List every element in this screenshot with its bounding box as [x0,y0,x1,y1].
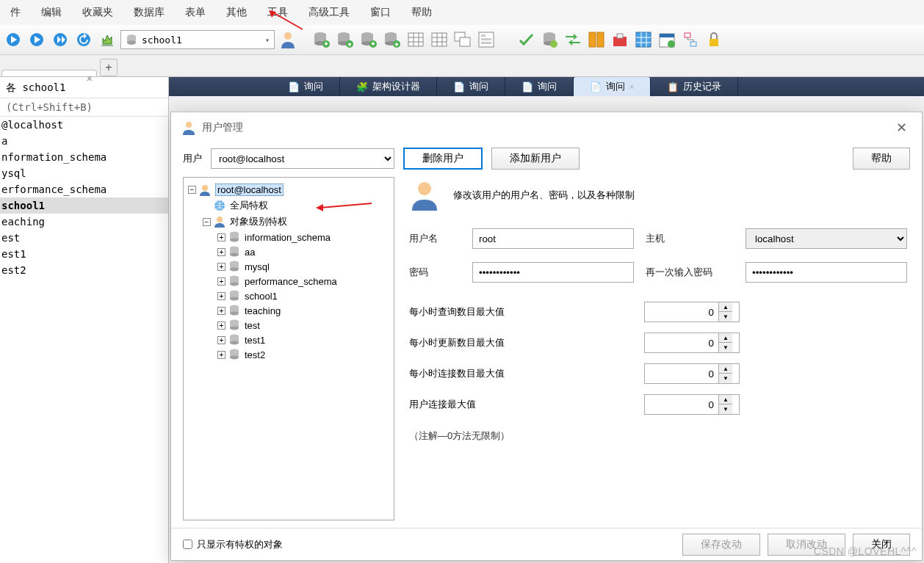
delete-user-button[interactable]: 删除用户 [403,148,483,170]
menu-item[interactable]: 高级工具 [298,3,360,22]
tree-db-label[interactable]: performance_schema [245,276,337,287]
collapse-icon[interactable]: − [203,218,211,226]
tree-db-label[interactable]: aa [245,247,255,258]
sidebar-item[interactable]: school1 [0,197,168,214]
db-down-icon[interactable] [311,29,332,50]
spin-down-icon[interactable]: ▼ [719,404,732,414]
tree-db-label[interactable]: test [245,320,260,331]
form-icon[interactable] [476,29,497,50]
expand-icon[interactable]: + [217,322,225,330]
spin-up-icon[interactable]: ▲ [719,364,732,374]
max-conns-input[interactable] [645,364,718,383]
menu-item[interactable]: 收藏夹 [72,3,123,22]
max-queries-input[interactable] [645,302,718,322]
spin-down-icon[interactable]: ▼ [719,312,732,322]
db-tool-icon[interactable] [539,29,560,50]
database-combo[interactable]: school1 ▾ [120,30,275,49]
tree-db-label[interactable]: teaching [245,305,281,316]
sidebar-item[interactable]: est1 [0,246,168,262]
play-icon[interactable] [3,29,24,50]
menu-item[interactable]: 件 [0,3,31,22]
expand-icon[interactable]: + [217,233,225,241]
menu-item[interactable]: 其他 [216,3,257,22]
table-icon[interactable] [429,29,450,50]
menu-item[interactable]: 编辑 [31,3,72,22]
max-user-conns-input[interactable] [645,395,718,414]
tree-object-priv[interactable]: 对象级别特权 [230,215,287,228]
sidebar-item[interactable]: a [0,133,168,149]
menu-item[interactable]: 数据库 [123,3,175,22]
max-queries-spin[interactable]: ▲▼ [644,302,740,322]
spin-down-icon[interactable]: ▼ [719,374,732,383]
expand-icon[interactable]: + [217,336,225,344]
collapse-icon[interactable]: − [188,186,196,194]
db-up-icon[interactable] [335,29,355,50]
tree-root-label[interactable]: root@localhost [215,184,284,196]
privilege-tree[interactable]: − root@localhost 全局特权 − 对象级别特权 + [183,177,394,520]
tree-db-label[interactable]: school1 [245,291,278,302]
menu-item[interactable]: 窗口 [360,3,401,22]
expand-icon[interactable]: + [217,277,225,286]
sidebar-item[interactable]: @localhost [0,117,168,133]
max-updates-input[interactable] [645,333,718,352]
spin-up-icon[interactable]: ▲ [719,395,732,404]
check-icon[interactable] [516,29,536,50]
tree-global-priv[interactable]: 全局特权 [230,199,268,212]
expand-icon[interactable]: + [217,263,225,271]
schedule-icon[interactable] [657,29,677,50]
show-priv-only-checkbox[interactable]: 只显示有特权的对象 [183,538,283,551]
expand-icon[interactable]: + [217,307,225,315]
spin-up-icon[interactable]: ▲ [719,302,732,312]
query-tab[interactable]: 📄询问 [505,77,574,96]
user-select[interactable]: root@localhost [211,148,394,169]
add-tab-button[interactable]: + [100,59,118,76]
refresh-icon[interactable] [73,29,94,50]
max-user-conns-spin[interactable]: ▲▼ [644,394,740,415]
spin-up-icon[interactable]: ▲ [719,333,732,343]
sidebar-item[interactable]: est [0,230,168,246]
close-icon[interactable]: ✕ [892,120,912,136]
sidebar-item[interactable]: ysql [0,165,168,181]
host-select[interactable]: localhost [746,228,907,249]
query-tab[interactable]: 📄询问 [437,77,505,96]
help-button[interactable]: 帮助 [853,148,910,170]
chart-icon[interactable] [97,29,118,50]
max-conns-spin[interactable]: ▲▼ [644,363,740,384]
max-updates-spin[interactable]: ▲▼ [644,333,740,353]
menu-item[interactable]: 帮助 [401,3,442,22]
play-icon[interactable] [26,29,47,50]
menu-item-tools[interactable]: 工具 [257,3,298,22]
tree-db-label[interactable]: test1 [245,335,265,346]
close-icon[interactable]: × [87,73,93,84]
sidebar-item[interactable]: erformance_schema [0,181,168,197]
grid-icon[interactable] [633,29,654,50]
add-user-button[interactable]: 添加新用户 [491,148,580,170]
username-input[interactable] [472,228,634,249]
db-up-icon[interactable] [382,29,403,50]
menu-item[interactable]: 表单 [175,3,216,22]
sidebar-item[interactable]: nformation_schema [0,149,168,165]
query-tab-active[interactable]: 📄询问× [574,77,651,96]
spin-down-icon[interactable]: ▼ [719,343,732,352]
table-icon[interactable] [405,29,426,50]
tab-blank[interactable]: × [1,70,97,76]
kit-icon[interactable] [610,29,630,50]
tree-db-label[interactable]: mysql [245,261,270,272]
forward-icon[interactable] [50,29,71,50]
expand-icon[interactable]: + [217,292,225,300]
show-priv-only-input[interactable] [183,540,192,549]
lock-icon[interactable] [704,29,724,50]
query-tab[interactable]: 📄询问 [272,77,340,96]
history-tab[interactable]: 📋历史记录 [651,77,738,96]
sidebar-item[interactable]: eaching [0,214,168,230]
sync-icon[interactable] [563,29,583,50]
tree-db-label[interactable]: information_schema [245,232,331,243]
table-grid-icon[interactable] [452,29,473,50]
db-down-icon[interactable] [358,29,379,50]
password2-input[interactable] [746,262,907,283]
expand-icon[interactable]: + [217,248,225,256]
tree-db-label[interactable]: test2 [245,349,265,360]
transfer-icon[interactable] [586,29,607,50]
graph-icon[interactable] [680,29,701,50]
user-icon[interactable] [278,29,298,50]
